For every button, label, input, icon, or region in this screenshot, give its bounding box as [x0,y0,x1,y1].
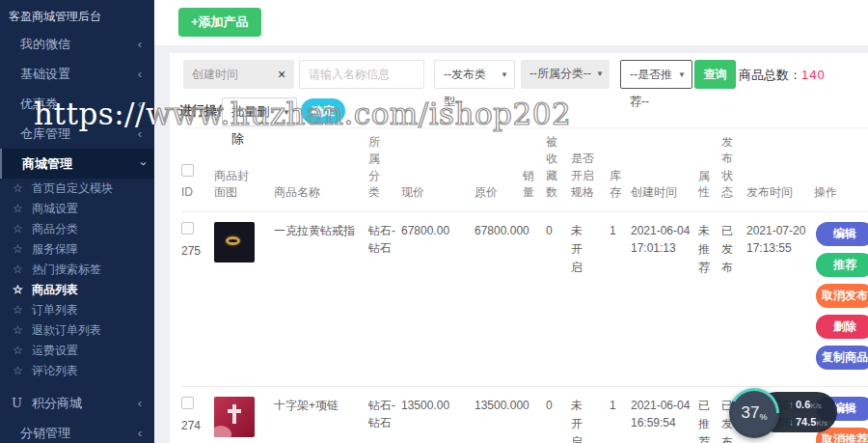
sidebar-item-label: 我的微信 [20,37,70,51]
sidebar-item-product-categories[interactable]: ☆ 商品分类 [0,219,154,239]
sidebar-item-label: 优惠券 [20,97,58,111]
cell-original-price: 67800.00 [475,211,523,386]
row-id: 275 [181,242,208,260]
upload-value: 0.6 [796,399,810,410]
sidebar-item-points-mall[interactable]: U 积分商城 ‹ [0,388,154,418]
admin-page: 客盈商城管理后台 我的微信 ‹ 基础设置 ‹ 优惠券 ‹ 仓库管理 ‹ 商城管理… [0,0,868,443]
cell-id: 275 [181,211,214,386]
clear-date-icon[interactable]: × [278,66,285,83]
cell-publish-status: 已发布 [721,211,746,386]
cell-created: 2021-06-04 16:59:54 [631,386,698,443]
sidebar-item-service-guarantee[interactable]: ☆ 服务保障 [0,239,154,260]
sidebar: 客盈商城管理后台 我的微信 ‹ 基础设置 ‹ 优惠券 ‹ 仓库管理 ‹ 商城管理… [0,0,154,443]
header-price: 现价 [401,128,475,212]
cell-favorites: 0 [546,386,571,443]
edit-button[interactable]: 编辑 [816,222,868,246]
header-label: ID [181,184,201,201]
sidebar-item-warehouse[interactable]: 仓库管理 ‹ [0,119,154,149]
name-search-input[interactable] [299,60,424,89]
chevron-left-icon: ‹ [138,89,142,119]
select-all-checkbox[interactable] [181,164,194,177]
star-icon: ☆ [13,280,23,300]
upload-unit: K/s [810,401,822,410]
points-mall-icon: U [12,388,22,418]
spec-value: 未开启 [571,222,584,278]
sidebar-item-label: 退款订单列表 [32,323,101,337]
row-checkbox[interactable] [181,222,194,235]
batch-action-select[interactable]: 批量删除 ▼ [222,97,297,126]
sidebar-item-product-list[interactable]: ☆ 商品列表 [0,280,154,300]
header-spec: 是否开启规格 [571,128,610,212]
sidebar-item-label: 商城设置 [32,202,78,215]
header-attribute: 属性 [698,128,721,212]
sidebar-item-shipping-settings[interactable]: ☆ 运费设置 [0,341,154,361]
sidebar-item-label: 积分商城 [32,396,82,410]
network-monitor-widget[interactable]: ↑0.6K/s ↓74.5K/s 37% [729,386,845,440]
sidebar-item-label: 基础设置 [20,67,70,81]
sidebar-item-mall-settings[interactable]: ☆ 商城设置 [0,199,154,219]
sidebar-item-coupons[interactable]: 优惠券 ‹ [0,89,154,119]
recommend-select[interactable]: --是否推荐-- ▼ [620,60,692,89]
topbar: +添加产品 [154,0,868,45]
chevron-left-icon: ‹ [138,29,142,59]
add-product-button[interactable]: +添加产品 [178,8,261,37]
product-image[interactable] [214,222,255,263]
upload-arrow-icon: ↑ [789,400,794,410]
cell-spec: 未开启 [571,386,610,443]
category-select[interactable]: --所属分类-- ▼ [521,60,610,89]
hand-graphic [214,426,231,437]
sidebar-item-home-modules[interactable]: ☆ 首页自定义模块 [0,179,154,199]
chevron-left-icon: ‹ [138,388,142,418]
caret-down-icon: ▼ [501,61,508,90]
delete-button[interactable]: 删除 [816,315,868,339]
header-actions: 操作 [814,128,868,212]
cell-actions: 编辑 推荐 取消发布 删除 复制商品 [814,211,868,386]
header-id: ID [181,128,214,212]
unpublish-button[interactable]: 取消发布 [816,284,868,308]
header-sales: 销量 [523,128,546,212]
copy-product-button[interactable]: 复制商品 [816,346,868,370]
download-arrow-icon: ↓ [789,417,794,428]
cell-published: 2021-07-20 17:13:55 [746,211,814,386]
sidebar-item-label: 分销管理 [20,426,70,440]
header-name: 商品名称 [274,128,368,212]
upload-speed: ↑0.6K/s [789,397,829,414]
cell-stock: 1 [610,211,631,386]
table-row: 275 一克拉黄钻戒指 钻石-钻石 67800.00 67800.00 0 0 … [181,211,868,386]
sidebar-item-label: 商品分类 [32,222,78,235]
ring-graphic [226,236,240,245]
header-created: 创建时间 [631,128,698,212]
header-original-price: 原价 [475,128,523,212]
sidebar-item-wechat[interactable]: 我的微信 ‹ [0,29,154,59]
recommend-button[interactable]: 推荐 [816,253,868,277]
sidebar-item-mall-management[interactable]: 商城管理 ‹ [0,149,154,179]
cell-favorites: 0 [546,211,571,386]
cell-name: 一克拉黄钻戒指 [274,211,368,386]
content-card: × --发布类型-- ▼ --所属分类-- ▼ --是否推荐-- ▼ 查询 商品… [170,53,868,443]
sidebar-item-refund-order-list[interactable]: ☆ 退款订单列表 [0,320,154,341]
cell-name: 十字架+项链 [274,386,368,443]
star-icon: ☆ [13,300,23,320]
sidebar-submenu: ☆ 首页自定义模块 ☆ 商城设置 ☆ 商品分类 ☆ 服务保障 ☆ 热门搜索标签 … [0,179,154,381]
publish-type-select[interactable]: --发布类型-- ▼ [434,60,515,89]
cell-created: 2021-06-04 17:01:13 [631,211,698,386]
product-image[interactable] [214,397,255,437]
sidebar-item-label: 商城管理 [22,156,72,171]
chevron-down-icon: ‹ [126,161,156,165]
header-favorites: 被收藏数 [546,128,571,212]
sidebar-item-hot-search-tags[interactable]: ☆ 热门搜索标签 [0,260,154,280]
cell-attribute: 已推荐 [698,386,721,443]
search-button[interactable]: 查询 [694,60,736,89]
cell-attribute: 未推荐 [698,211,721,386]
row-checkbox[interactable] [181,397,194,409]
sidebar-item-distribution[interactable]: 分销管理 ‹ [0,418,154,443]
sidebar-item-review-list[interactable]: ☆ 评论列表 [0,361,154,381]
sidebar-item-order-list[interactable]: ☆ 订单列表 [0,300,154,320]
sidebar-item-basic-settings[interactable]: 基础设置 ‹ [0,59,154,89]
header-published: 发布时间 [746,128,814,212]
header-stock: 库存 [610,128,631,212]
total-value: 140 [801,68,826,82]
sidebar-item-label: 首页自定义模块 [32,181,113,195]
confirm-button[interactable]: 确定 [301,98,345,124]
cell-id: 274 [181,386,214,443]
